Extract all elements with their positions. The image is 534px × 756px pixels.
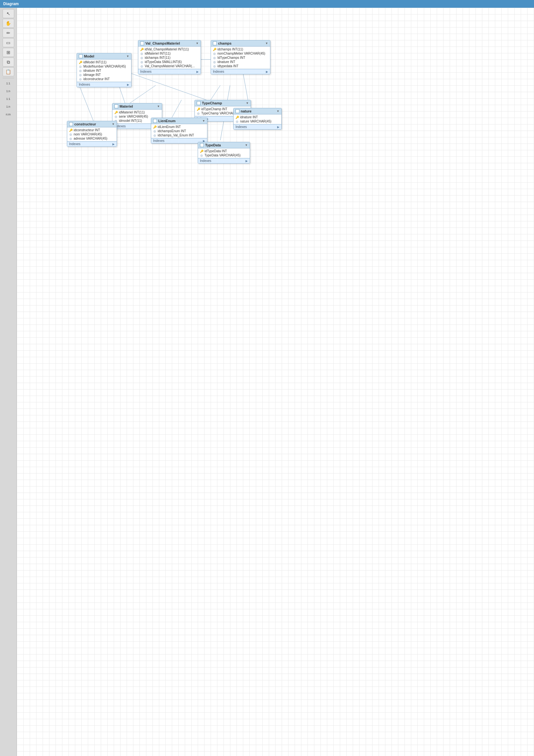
fk-icon-champs-5: ◎ — [213, 65, 216, 68]
table-champs[interactable]: champs ▼ 🔑 idchamps INT(11) ◎ nomChampMe… — [211, 40, 270, 74]
table-vcm-indexes-label: Indexes — [140, 70, 151, 73]
paste-tool[interactable]: 📋 — [3, 67, 14, 76]
table-materiel-header: Materiel ▼ — [113, 103, 162, 110]
rel-one-n-2[interactable]: 1:n — [3, 103, 14, 110]
table-model-header: Model ▼ — [77, 53, 131, 60]
rel-one-one-1[interactable]: 1:1 — [3, 80, 14, 87]
table-typechamp-header: TypeChamp ▼ — [195, 100, 251, 106]
table-champs-indexes-label: Indexes — [213, 70, 224, 73]
table-vcm-fields: 🔑 idVal_ChampsMateriel INT(11) ◎ idMater… — [138, 46, 201, 69]
app-title: Diagram — [3, 2, 19, 6]
table-typedata[interactable]: TypeData ▼ 🔑 idTypeData INT ◎ TypeData V… — [198, 142, 250, 164]
field-champs-5: ◎ idtypedata INT — [211, 64, 270, 68]
table-nature-icon — [236, 109, 240, 113]
field-vcm-1: 🔑 idVal_ChampsMateriel INT(11) — [138, 47, 201, 51]
table-lienenum-header: LienEnum ▼ — [151, 118, 207, 124]
table-constructeur-indexes[interactable]: Indexes ▶ — [67, 141, 116, 147]
field-constructeur-3: ◎ adresse VARCHAR(45) — [67, 136, 116, 141]
rel-one-n-1[interactable]: 1:n — [3, 88, 14, 95]
table-model-indexes-arrow: ▶ — [127, 83, 129, 86]
field-lienenum-3: ◎ idchamps_Val_Enum INT — [151, 133, 207, 137]
field-lienenum-1: 🔑 idLienEnum INT — [151, 125, 207, 129]
field-typedata-2: ◎ TypeData VARCHAR(45) — [198, 153, 250, 157]
table-vcm-filter[interactable]: ▼ — [196, 42, 199, 45]
table-typechamp-filter[interactable]: ▼ — [246, 101, 249, 105]
rel-n-m[interactable]: n:m — [3, 111, 14, 118]
pk-icon-constructeur-1: 🔑 — [69, 129, 72, 132]
rel-one-one-1-label: 1:1 — [6, 82, 10, 85]
table-typechamp-name: TypeChamp — [202, 101, 222, 105]
fk-icon-vcm-4: ◎ — [140, 61, 143, 64]
pk-icon-vcm-1: 🔑 — [140, 48, 143, 51]
table-champs-name: champs — [218, 41, 232, 45]
table-lienenum-icon — [153, 119, 157, 123]
field-typedata-1: 🔑 idTypeData INT — [198, 149, 250, 153]
table-nature-indexes-arrow: ▶ — [277, 125, 279, 129]
table-constructeur-header: constructeur ▼ — [67, 121, 116, 127]
table-nature[interactable]: nature ▼ 🔑 idnature INT ◎ nature VARCHAR… — [233, 108, 282, 130]
table-champs-indexes-arrow: ▶ — [266, 70, 268, 73]
fk-icon-materiel-2: ◎ — [114, 115, 117, 118]
table-constructeur[interactable]: constructeur ▼ 🔑 idconstructeur INT ◎ no… — [67, 121, 117, 147]
table-nature-name: nature — [241, 109, 252, 113]
table-model-icon — [79, 54, 83, 58]
table-lienenum[interactable]: LienEnum ▼ 🔑 idLienEnum INT ◎ idchampsEn… — [151, 118, 207, 144]
fk-icon-vcm-3: ◎ — [140, 56, 143, 60]
fk-icon-champs-3: ◎ — [213, 56, 216, 60]
table-typedata-filter[interactable]: ▼ — [245, 144, 248, 147]
table-tool[interactable]: ⊞ — [3, 48, 14, 57]
fk-icon-champs-2: ◎ — [213, 52, 216, 55]
table-vcm-indexes-arrow: ▶ — [196, 70, 199, 73]
fk-icon-champs-4: ◎ — [213, 61, 216, 64]
table-typedata-indexes-arrow: ▶ — [245, 159, 248, 163]
eraser-tool[interactable]: ✏ — [3, 28, 14, 38]
table-lienenum-filter[interactable]: ▼ — [202, 119, 205, 122]
table-constructeur-filter[interactable]: ▼ — [112, 122, 115, 126]
pk-icon-lienenum-1: 🔑 — [153, 125, 156, 129]
copy-tool[interactable]: ⧉ — [3, 58, 14, 67]
main-area: ↖ ✋ ✏ ▭ ⊞ ⧉ 📋 1:1 1:n 1:1 1:n n:m — [0, 8, 534, 756]
table-materiel-filter[interactable]: ▼ — [157, 105, 160, 108]
field-model-1: 🔑 idModel INT(11) — [77, 60, 131, 64]
pk-icon-model-1: 🔑 — [79, 61, 82, 64]
field-nature-1: 🔑 idnature INT — [234, 115, 281, 119]
table-champs-indexes[interactable]: Indexes ▶ — [211, 69, 270, 74]
table-vcm-name: Val_ChampsMateriel — [145, 41, 180, 45]
rel-one-n-2-label: 1:n — [6, 105, 10, 108]
table-nature-filter[interactable]: ▼ — [276, 110, 279, 113]
table-model-indexes-label: Indexes — [79, 83, 90, 86]
field-lienenum-2: ◎ idchampsEnum INT — [151, 129, 207, 133]
table-model-filter[interactable]: ▼ — [126, 55, 129, 58]
table-vcm-indexes[interactable]: Indexes ▶ — [138, 69, 201, 74]
table-typedata-indexes-label: Indexes — [200, 159, 211, 163]
hand-tool[interactable]: ✋ — [3, 19, 14, 28]
field-vcm-4: ◎ idTypeData SMALLINT(6) — [138, 60, 201, 64]
fk-icon-constructeur-2: ◎ — [69, 133, 72, 136]
table-lienenum-name: LienEnum — [158, 119, 175, 123]
fk-icon-nature-2: ◎ — [236, 120, 239, 123]
rel-one-one-2[interactable]: 1:1 — [3, 95, 14, 102]
pk-icon-nature-1: 🔑 — [236, 116, 239, 119]
cursor-tool[interactable]: ↖ — [3, 9, 14, 18]
table-valchampsmateriel[interactable]: Val_ChampsMateriel ▼ 🔑 idVal_ChampsMater… — [138, 40, 201, 74]
table-typedata-indexes[interactable]: Indexes ▶ — [198, 158, 250, 163]
table-champs-filter[interactable]: ▼ — [265, 42, 268, 45]
table-model[interactable]: Model ▼ 🔑 idModel INT(11) ◎ ModelNumber … — [77, 53, 132, 87]
table-model-fields: 🔑 idModel INT(11) ◎ ModelNumber VARCHAR(… — [77, 60, 131, 82]
field-champs-4: ◎ idnature INT — [211, 60, 270, 64]
fk-icon-lienenum-3: ◎ — [153, 134, 156, 137]
fk-icon-model-3: ◎ — [79, 69, 82, 72]
table-vcm-header: Val_ChampsMateriel ▼ — [138, 40, 201, 46]
table-model-indexes[interactable]: Indexes ▶ — [77, 82, 131, 87]
table-constructeur-indexes-label: Indexes — [69, 142, 80, 146]
table-constructeur-name: constructeur — [74, 122, 96, 126]
field-constructeur-1: 🔑 idconstructeur INT — [67, 128, 116, 132]
rect-tool[interactable]: ▭ — [3, 38, 14, 47]
table-nature-indexes[interactable]: Indexes ▶ — [234, 124, 281, 129]
table-typechamp-icon — [197, 101, 201, 105]
fk-icon-typedata-2: ◎ — [200, 154, 203, 157]
app-container: Diagram ↖ ✋ ✏ ▭ ⊞ ⧉ 📋 1:1 1:n 1:1 1:n — [0, 0, 534, 756]
field-model-3: ◎ idnature INT — [77, 68, 131, 73]
field-champs-3: ◎ IdTypeChamps INT — [211, 56, 270, 60]
canvas-area: Model ▼ 🔑 idModel INT(11) ◎ ModelNumber … — [17, 8, 534, 756]
